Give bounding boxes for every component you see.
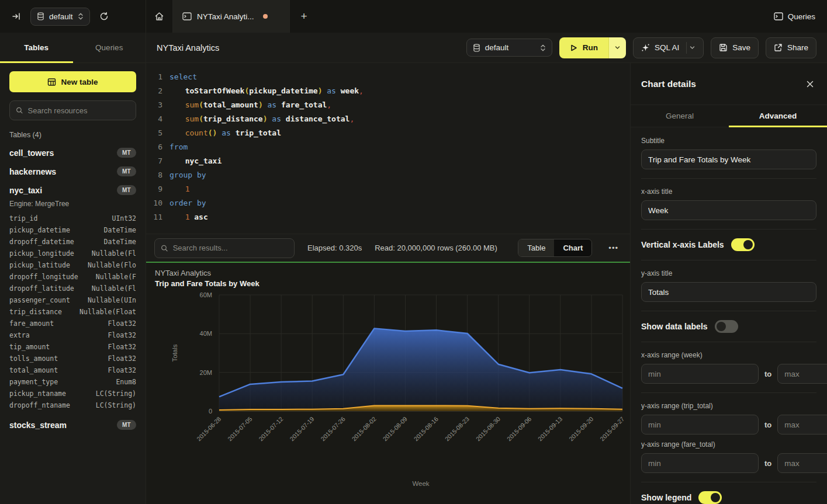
run-button-group: Run [559, 37, 626, 58]
sql-editor[interactable]: 1select2toStartOfWeek(pickup_datetime) a… [146, 63, 630, 234]
column-name: payment_type [9, 376, 58, 388]
svg-text:40M: 40M [200, 330, 212, 337]
table-icon [47, 78, 56, 86]
panel-tab-general[interactable]: General [631, 105, 729, 127]
column-row-trip_id[interactable]: trip_idUInt32 [9, 213, 136, 224]
new-table-label: New table [61, 78, 98, 86]
column-row-dropoff_datetime[interactable]: dropoff_datetimeDateTime [9, 236, 136, 248]
code-line: 111 asc [146, 210, 630, 224]
legend: trip_totalfare_total [365, 495, 475, 496]
view-toggle: Table Chart [518, 239, 592, 257]
svg-text:2015-09-27: 2015-09-27 [598, 415, 626, 443]
table-name: nyc_taxi [9, 186, 42, 195]
xaxis-title-label: x-axis title [641, 187, 816, 196]
column-row-tip_amount[interactable]: tip_amountFloat32 [9, 341, 136, 353]
column-row-pickup_ntaname[interactable]: pickup_ntanameLC(String) [9, 388, 136, 399]
chart-canvas[interactable]: 020M40M60MTotals2015-06-282015-07-052015… [155, 290, 630, 498]
column-row-passenger_count[interactable]: passenger_countNullable(UIn [9, 294, 136, 306]
yaxis-range-fare-min-input[interactable] [641, 453, 759, 473]
close-panel-button[interactable] [804, 78, 816, 91]
column-row-dropoff_longitude[interactable]: dropoff_longitudeNullable(F [9, 271, 136, 283]
yaxis-range-trip-max-input[interactable] [777, 415, 827, 435]
column-type: Nullable(Flo [88, 259, 136, 271]
results-search-input[interactable] [173, 244, 288, 252]
panel-tab-advanced[interactable]: Advanced [729, 105, 827, 127]
show-legend-toggle[interactable] [698, 491, 722, 504]
table-item-cell_towers[interactable]: cell_towersMT [9, 148, 136, 158]
column-type: Nullable(UIn [88, 294, 136, 306]
code-line: 3sum(total_amount) as fare_total, [146, 98, 630, 112]
resource-search-input[interactable] [28, 106, 130, 115]
view-toggle-table[interactable]: Table [518, 239, 554, 256]
column-row-extra[interactable]: extraFloat32 [9, 329, 136, 341]
show-legend-label: Show legend [641, 493, 691, 502]
table-item-stocks_stream[interactable]: stocks_streamMT [9, 420, 136, 430]
xaxis-title-input[interactable] [641, 200, 816, 220]
run-options-button[interactable] [608, 37, 626, 58]
column-name: dropoff_ntaname [9, 399, 70, 411]
table-item-hackernews[interactable]: hackernewsMT [9, 166, 136, 176]
sql-ai-button[interactable]: SQL AI [633, 37, 704, 58]
share-button[interactable]: Share [766, 37, 816, 58]
collapse-sidebar-button[interactable] [8, 8, 25, 25]
column-row-pickup_longitude[interactable]: pickup_longitudeNullable(Fl [9, 248, 136, 259]
yaxis-title-input[interactable] [641, 282, 816, 302]
save-button[interactable]: Save [711, 37, 759, 58]
xaxis-range-min-input[interactable] [641, 364, 759, 384]
database-selector[interactable]: default [30, 8, 90, 26]
chart-details-header: Chart details [631, 63, 827, 105]
code-text: select [169, 70, 197, 84]
column-row-dropoff_ntaname[interactable]: dropoff_ntanameLC(String) [9, 399, 136, 411]
column-type: DateTime [104, 236, 136, 248]
table-name: cell_towers [9, 148, 54, 158]
svg-text:2015-07-26: 2015-07-26 [319, 415, 347, 443]
column-row-payment_type[interactable]: payment_typeEnum8 [9, 376, 136, 388]
column-name: extra [9, 329, 30, 341]
show-data-labels-toggle[interactable] [715, 320, 738, 333]
refresh-button[interactable] [96, 8, 112, 25]
more-options-icon[interactable]: ••• [605, 244, 622, 252]
search-icon [16, 106, 23, 114]
code-text: 1 [169, 182, 189, 196]
code-text: from [169, 140, 188, 154]
view-toggle-chart[interactable]: Chart [554, 239, 591, 256]
sidebar-tab-queries[interactable]: Queries [73, 33, 146, 62]
yaxis-range-fare-max-input[interactable] [777, 453, 827, 473]
save-label: Save [732, 43, 750, 52]
column-row-tolls_amount[interactable]: tolls_amountFloat32 [9, 353, 136, 364]
column-row-fare_amount[interactable]: fare_amountFloat32 [9, 318, 136, 329]
column-name: pickup_datetime [9, 224, 70, 236]
svg-text:60M: 60M [200, 291, 212, 298]
share-label: Share [787, 43, 808, 52]
topbar-left: default [0, 0, 146, 33]
code-text: group by [169, 168, 206, 182]
sql-ai-options[interactable] [686, 42, 695, 54]
queries-button[interactable]: Queries [774, 12, 815, 21]
xaxis-range-max-input[interactable] [777, 364, 827, 384]
column-row-dropoff_latitude[interactable]: dropoff_latitudeNullable(Fl [9, 283, 136, 294]
subtitle-input[interactable] [641, 150, 816, 169]
panel-body: Subtitle x-axis title Vertical x-axis La… [631, 127, 827, 504]
column-type: Float32 [108, 353, 136, 364]
code-text: count() as trip_total [169, 126, 281, 140]
vertical-xaxis-labels-toggle[interactable] [731, 238, 755, 251]
sidebar-tab-tables[interactable]: Tables [0, 33, 73, 62]
terminal-icon [774, 12, 783, 20]
sidebar-content: New table Tables (4) cell_towersMThacker… [0, 63, 146, 504]
query-database-selector[interactable]: default [466, 39, 552, 57]
column-row-total_amount[interactable]: total_amountFloat32 [9, 364, 136, 376]
tab-nytaxi-analytics[interactable]: NYTaxi Analyti... [173, 0, 290, 33]
tables-section-header: Tables (4) [9, 131, 136, 139]
line-number: 4 [146, 112, 169, 126]
home-button[interactable] [146, 0, 173, 33]
column-row-pickup_latitude[interactable]: pickup_latitudeNullable(Flo [9, 259, 136, 271]
chart-panel: NYTaxi Analytics Trip and Fare Totals by… [146, 263, 630, 504]
table-item-nyc_taxi[interactable]: nyc_taxiMT [9, 185, 136, 195]
yaxis-range-trip-min-input[interactable] [641, 415, 759, 435]
column-row-pickup_datetime[interactable]: pickup_datetimeDateTime [9, 224, 136, 236]
new-tab-button[interactable]: + [290, 0, 318, 33]
new-table-button[interactable]: New table [9, 71, 136, 92]
column-row-trip_distance[interactable]: trip_distanceNullable(Float [9, 306, 136, 318]
column-name: tip_amount [9, 341, 50, 353]
run-button[interactable]: Run [559, 37, 608, 58]
